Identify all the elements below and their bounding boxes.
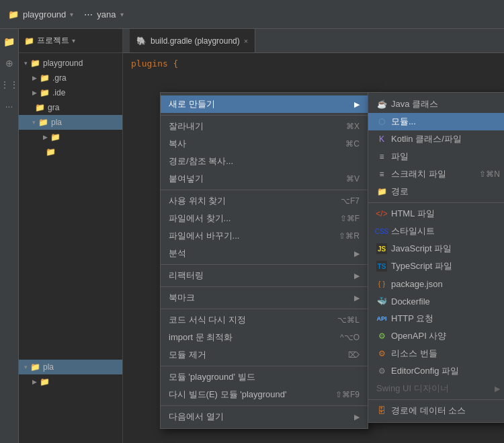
menu-text-build-module: 모듈 'playground' 빌드 xyxy=(169,371,255,383)
submenu-text-pkg: package.json xyxy=(391,279,443,289)
menu-item-new[interactable]: 새로 만들기 ▶ xyxy=(161,95,368,113)
submenu-item-scratch[interactable]: ≡ 스크래치 파일 ⇧⌘N xyxy=(368,165,504,183)
chevron-playground: ▾ xyxy=(24,60,28,67)
shortcut-cut: ⌘X xyxy=(346,122,360,131)
chevron-pla-sub: ▶ xyxy=(32,378,37,385)
menu-item-open-in[interactable]: 다음에서 열기 ▶ xyxy=(161,408,368,426)
menu-item-optimize-imports[interactable]: import 문 최적화 ^⌥O xyxy=(161,329,368,346)
resource-icon: ⚙ xyxy=(376,348,387,359)
tab-label: build.gradle (playground) xyxy=(151,36,240,46)
pkg-icon: { } xyxy=(376,278,387,289)
submenu-item-swing[interactable]: Swing UI 디자이너 ▶ xyxy=(368,380,504,397)
project-selector[interactable]: 📁 playground ▾ xyxy=(8,9,73,19)
tree-item-playground[interactable]: ▾ 📁 playground xyxy=(19,56,122,71)
submenu-item-resource[interactable]: ⚙ 리소스 번들 xyxy=(368,345,504,362)
tree-item-gra[interactable]: ▶ 📁 .gra xyxy=(19,71,122,85)
menu-text-reformat: 코드 서식 다시 지정 xyxy=(169,314,246,326)
submenu-text-datasource: 경로에 데이터 소스 xyxy=(391,405,466,417)
submenu-separator-2 xyxy=(368,399,504,400)
submenu: ☕ Java 클래스 ⬡ 모듈... K Kotlin 클래스/파일 ≡ xyxy=(368,92,504,423)
project-panel: 📁 프로젝트 ▾ ▾ 📁 playground ▶ 📁 .gra ▶ 📁 .id… xyxy=(19,29,123,443)
submenu-item-openapi[interactable]: ⚙ OpenAPI 사양 xyxy=(368,327,504,345)
nodes-icon[interactable]: ⋮⋮ xyxy=(2,77,17,92)
menu-item-bookmark[interactable]: 북마크 ▶ xyxy=(161,289,368,307)
project-folder-icon: 📁 xyxy=(8,9,19,19)
submenu-text-http: HTTP 요청 xyxy=(391,313,433,325)
menu-text-new: 새로 만들기 xyxy=(169,98,215,110)
shortcut-remove-module: ⌦ xyxy=(348,350,360,360)
tree-item-pla-bottom[interactable]: ▾ 📁 pla xyxy=(19,360,122,374)
shortcut-find-usage: ⌥F7 xyxy=(341,196,360,206)
shortcut-optimize-imports: ^⌥O xyxy=(340,333,360,342)
chevron-sub1: ▶ xyxy=(43,134,48,140)
menu-item-build-module[interactable]: 모듈 'playground' 빌드 xyxy=(161,368,368,386)
submenu-item-http[interactable]: API HTTP 요청 xyxy=(368,310,504,327)
tab-close-button[interactable]: × xyxy=(244,37,248,45)
submenu-item-folder[interactable]: 📁 경로 xyxy=(368,183,504,200)
submenu-text-openapi: OpenAPI 사양 xyxy=(391,330,446,342)
tree-item-gradle[interactable]: 📁 gra xyxy=(19,100,122,115)
folder-icon[interactable]: 📁 xyxy=(2,34,17,49)
user-selector[interactable]: ⋯ yana ▾ xyxy=(84,9,123,19)
menu-item-copy[interactable]: 복사 ⌘C xyxy=(161,135,368,153)
docker-icon: 🐳 xyxy=(376,296,387,307)
submenu-item-editorconfig[interactable]: ⚙ EditorConfig 파일 xyxy=(368,362,504,380)
shortcut-rebuild-module: ⇧⌘F9 xyxy=(335,390,360,399)
menu-item-find-in-files[interactable]: 파일에서 찾기... ⇧⌘F xyxy=(161,210,368,227)
menu-item-find-usage[interactable]: 사용 위치 찾기 ⌥F7 xyxy=(161,192,368,210)
label-gra: .gra xyxy=(52,73,67,83)
submenu-label-folder: 📁 경로 xyxy=(376,186,409,198)
shortcut-scratch: ⇧⌘N xyxy=(479,169,500,179)
submenu-item-kotlin[interactable]: K Kotlin 클래스/파일 xyxy=(368,130,504,148)
chevron-ide: ▶ xyxy=(32,89,37,96)
label-pla-bottom: pla xyxy=(43,362,54,372)
submenu-item-pkg[interactable]: { } package.json xyxy=(368,275,504,292)
submenu-arrow-open-in: ▶ xyxy=(354,413,360,421)
menu-item-refactor[interactable]: 리팩터링 ▶ xyxy=(161,267,368,284)
menu-item-reformat[interactable]: 코드 서식 다시 지정 ⌥⌘L xyxy=(161,311,368,329)
submenu-item-html[interactable]: </> HTML 파일 xyxy=(368,205,504,223)
panel-header: 📁 프로젝트 ▾ xyxy=(19,29,122,53)
menu-item-paste[interactable]: 붙여넣기 ⌘V xyxy=(161,170,368,188)
context-menu: 새로 만들기 ▶ 잘라내기 ⌘X 복사 ⌘C 경로/참조 복사... 붙여넣기 … xyxy=(160,92,368,429)
search-icon[interactable]: ⊕ xyxy=(2,56,17,71)
submenu-text-scratch: 스크래치 파일 xyxy=(391,168,446,180)
project-chevron: ▾ xyxy=(70,11,73,18)
menu-item-analyze[interactable]: 분석 ▶ xyxy=(161,245,368,262)
menu-text-replace-in-files: 파일에서 바꾸기... xyxy=(169,230,239,242)
submenu-item-css[interactable]: CSS 스타일시트 xyxy=(368,223,504,240)
shortcut-reformat: ⌥⌘L xyxy=(337,315,360,325)
code-text: plugins { xyxy=(131,58,178,69)
submenu-item-file[interactable]: ≡ 파일 xyxy=(368,148,504,165)
tree-item-pla-sub[interactable]: ▶ 📁 xyxy=(19,374,122,389)
tree-item-ide[interactable]: ▶ 📁 .ide xyxy=(19,85,122,100)
submenu-arrow-new: ▶ xyxy=(354,100,360,109)
more-icon[interactable]: ··· xyxy=(2,99,17,114)
label-pla: pla xyxy=(51,118,62,127)
submenu-text-file: 파일 xyxy=(391,151,409,163)
menu-text-analyze: 분석 xyxy=(169,247,186,259)
tree-item-sub1[interactable]: ▶ 📁 xyxy=(19,130,122,145)
menu-item-replace-in-files[interactable]: 파일에서 바꾸기... ⇧⌘R xyxy=(161,227,368,245)
submenu-label-js: JS JavaScript 파일 xyxy=(376,243,452,255)
submenu-item-js[interactable]: JS JavaScript 파일 xyxy=(368,240,504,257)
submenu-label-java: ☕ Java 클래스 xyxy=(376,98,438,110)
tab-build-gradle[interactable]: 🐘 build.gradle (playground) × xyxy=(130,29,255,52)
submenu-item-datasource[interactable]: 🗄 경로에 데이터 소스 xyxy=(368,402,504,419)
menu-item-rebuild-module[interactable]: 다시 빌드(E) 모듈 'playground' ⇧⌘F9 xyxy=(161,386,368,403)
tree-item-pla[interactable]: ▾ 📁 pla xyxy=(19,115,122,130)
submenu-item-java[interactable]: ☕ Java 클래스 xyxy=(368,95,504,113)
http-icon: API xyxy=(376,313,387,324)
menu-item-cut[interactable]: 잘라내기 ⌘X xyxy=(161,118,368,135)
submenu-item-docker[interactable]: 🐳 Dockerfile xyxy=(368,292,504,310)
menu-item-copy-path[interactable]: 경로/참조 복사... xyxy=(161,153,368,170)
scratch-icon: ≡ xyxy=(376,169,387,179)
tree-item-sub2[interactable]: 📁 xyxy=(19,145,122,159)
submenu-label-swing: Swing UI 디자이너 xyxy=(376,382,449,395)
submenu-item-module[interactable]: ⬡ 모듈... xyxy=(368,113,504,130)
menu-item-remove-module[interactable]: 모듈 제거 ⌦ xyxy=(161,346,368,364)
submenu-item-ts[interactable]: TS TypeScript 파일 xyxy=(368,257,504,275)
panel-folder-icon: 📁 xyxy=(24,36,34,46)
separator-4 xyxy=(161,286,368,287)
submenu-text-ts: TypeScript 파일 xyxy=(391,260,452,272)
